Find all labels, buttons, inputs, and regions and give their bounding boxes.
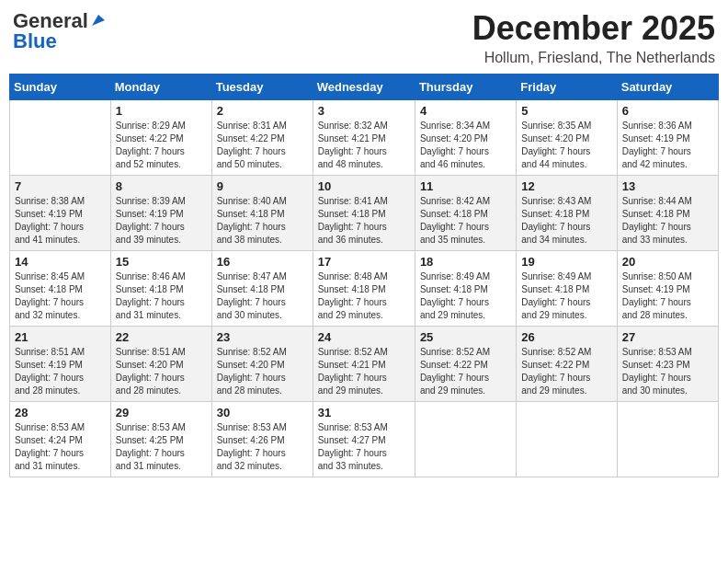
day-info: Sunrise: 8:52 AMSunset: 4:20 PMDaylight:… [217,346,308,397]
day-number: 13 [622,179,713,193]
calendar-cell: 24Sunrise: 8:52 AMSunset: 4:21 PMDayligh… [313,327,415,402]
calendar-cell [517,402,617,477]
calendar-cell: 19Sunrise: 8:49 AMSunset: 4:18 PMDayligh… [517,251,617,327]
calendar-cell: 9Sunrise: 8:40 AMSunset: 4:18 PMDaylight… [211,176,313,251]
day-number: 30 [217,406,308,419]
title-section: December 2025 Hollum, Friesland, The Net… [472,9,715,66]
day-info: Sunrise: 8:53 AMSunset: 4:27 PMDaylight:… [318,421,410,473]
calendar-cell: 31Sunrise: 8:53 AMSunset: 4:27 PMDayligh… [313,402,415,477]
day-number: 14 [15,255,106,269]
day-info: Sunrise: 8:53 AMSunset: 4:23 PMDaylight:… [622,346,713,397]
day-info: Sunrise: 8:50 AMSunset: 4:19 PMDaylight:… [622,270,713,322]
logo-bird-icon [90,11,107,28]
calendar-cell: 27Sunrise: 8:53 AMSunset: 4:23 PMDayligh… [617,327,718,402]
day-number: 28 [15,406,106,419]
weekday-header: Sunday [10,75,111,100]
day-info: Sunrise: 8:46 AMSunset: 4:18 PMDaylight:… [116,270,207,322]
calendar-cell: 1Sunrise: 8:29 AMSunset: 4:22 PMDaylight… [110,100,211,176]
day-info: Sunrise: 8:44 AMSunset: 4:18 PMDaylight:… [622,195,713,247]
calendar-week-row: 21Sunrise: 8:51 AMSunset: 4:19 PMDayligh… [10,327,719,402]
day-number: 20 [622,255,713,269]
calendar-cell: 13Sunrise: 8:44 AMSunset: 4:18 PMDayligh… [617,176,718,251]
day-info: Sunrise: 8:53 AMSunset: 4:25 PMDaylight:… [116,421,207,473]
logo: General Blue [13,9,107,53]
day-number: 2 [217,104,308,118]
svg-marker-0 [92,15,105,26]
calendar-cell: 4Sunrise: 8:34 AMSunset: 4:20 PMDaylight… [415,100,516,176]
day-number: 4 [420,104,511,118]
day-number: 21 [15,330,106,344]
calendar-cell: 25Sunrise: 8:52 AMSunset: 4:22 PMDayligh… [415,327,516,402]
logo-blue: Blue [13,29,57,53]
day-info: Sunrise: 8:52 AMSunset: 4:22 PMDaylight:… [420,346,511,397]
day-info: Sunrise: 8:38 AMSunset: 4:19 PMDaylight:… [15,195,106,247]
day-info: Sunrise: 8:41 AMSunset: 4:18 PMDaylight:… [318,195,410,247]
day-number: 11 [420,179,511,193]
day-number: 9 [217,179,308,193]
day-number: 16 [217,255,308,269]
day-info: Sunrise: 8:53 AMSunset: 4:26 PMDaylight:… [217,421,308,473]
calendar-cell: 6Sunrise: 8:36 AMSunset: 4:19 PMDaylight… [617,100,718,176]
day-info: Sunrise: 8:36 AMSunset: 4:19 PMDaylight:… [622,120,713,171]
day-number: 15 [116,255,207,269]
calendar-week-row: 14Sunrise: 8:45 AMSunset: 4:18 PMDayligh… [10,251,719,327]
day-info: Sunrise: 8:52 AMSunset: 4:22 PMDaylight:… [521,346,611,397]
calendar-cell: 14Sunrise: 8:45 AMSunset: 4:18 PMDayligh… [10,251,111,327]
calendar-cell: 3Sunrise: 8:32 AMSunset: 4:21 PMDaylight… [313,100,415,176]
day-info: Sunrise: 8:43 AMSunset: 4:18 PMDaylight:… [521,195,611,247]
day-info: Sunrise: 8:35 AMSunset: 4:20 PMDaylight:… [521,120,611,171]
page-header: General Blue December 2025 Hollum, Fries… [9,9,719,66]
day-info: Sunrise: 8:42 AMSunset: 4:18 PMDaylight:… [420,195,511,247]
day-info: Sunrise: 8:52 AMSunset: 4:21 PMDaylight:… [318,346,410,397]
day-info: Sunrise: 8:40 AMSunset: 4:18 PMDaylight:… [217,195,308,247]
calendar-cell [617,402,718,477]
day-info: Sunrise: 8:31 AMSunset: 4:22 PMDaylight:… [217,120,308,171]
calendar-week-row: 1Sunrise: 8:29 AMSunset: 4:22 PMDaylight… [10,100,719,176]
day-number: 25 [420,330,511,344]
calendar-cell [415,402,516,477]
day-info: Sunrise: 8:49 AMSunset: 4:18 PMDaylight:… [521,270,611,322]
calendar-cell: 16Sunrise: 8:47 AMSunset: 4:18 PMDayligh… [211,251,313,327]
calendar-cell: 29Sunrise: 8:53 AMSunset: 4:25 PMDayligh… [110,402,211,477]
day-info: Sunrise: 8:39 AMSunset: 4:19 PMDaylight:… [116,195,207,247]
day-info: Sunrise: 8:51 AMSunset: 4:20 PMDaylight:… [116,346,207,397]
day-number: 8 [116,179,207,193]
day-number: 7 [15,179,106,193]
calendar-cell: 5Sunrise: 8:35 AMSunset: 4:20 PMDaylight… [517,100,617,176]
weekday-header: Saturday [617,75,718,100]
weekday-header: Thursday [415,75,516,100]
calendar-cell: 23Sunrise: 8:52 AMSunset: 4:20 PMDayligh… [211,327,313,402]
day-number: 5 [521,104,611,118]
day-number: 3 [318,104,410,118]
calendar-cell: 11Sunrise: 8:42 AMSunset: 4:18 PMDayligh… [415,176,516,251]
day-number: 19 [521,255,611,269]
day-number: 22 [116,330,207,344]
calendar-cell: 7Sunrise: 8:38 AMSunset: 4:19 PMDaylight… [10,176,111,251]
day-number: 23 [217,330,308,344]
weekday-header: Tuesday [211,75,313,100]
day-info: Sunrise: 8:48 AMSunset: 4:18 PMDaylight:… [318,270,410,322]
day-number: 6 [622,104,713,118]
day-number: 1 [116,104,207,118]
calendar-week-row: 28Sunrise: 8:53 AMSunset: 4:24 PMDayligh… [10,402,719,477]
calendar-cell: 15Sunrise: 8:46 AMSunset: 4:18 PMDayligh… [110,251,211,327]
weekday-header: Monday [110,75,211,100]
calendar-cell: 28Sunrise: 8:53 AMSunset: 4:24 PMDayligh… [10,402,111,477]
day-info: Sunrise: 8:51 AMSunset: 4:19 PMDaylight:… [15,346,106,397]
day-info: Sunrise: 8:47 AMSunset: 4:18 PMDaylight:… [217,270,308,322]
calendar-cell: 8Sunrise: 8:39 AMSunset: 4:19 PMDaylight… [110,176,211,251]
day-number: 29 [116,406,207,419]
day-number: 18 [420,255,511,269]
calendar-cell: 18Sunrise: 8:49 AMSunset: 4:18 PMDayligh… [415,251,516,327]
day-info: Sunrise: 8:53 AMSunset: 4:24 PMDaylight:… [15,421,106,473]
weekday-header: Friday [517,75,617,100]
calendar-cell: 26Sunrise: 8:52 AMSunset: 4:22 PMDayligh… [517,327,617,402]
day-info: Sunrise: 8:45 AMSunset: 4:18 PMDaylight:… [15,270,106,322]
calendar-cell: 17Sunrise: 8:48 AMSunset: 4:18 PMDayligh… [313,251,415,327]
calendar-cell: 2Sunrise: 8:31 AMSunset: 4:22 PMDaylight… [211,100,313,176]
month-title: December 2025 [472,9,715,48]
day-info: Sunrise: 8:32 AMSunset: 4:21 PMDaylight:… [318,120,410,171]
calendar-table: SundayMondayTuesdayWednesdayThursdayFrid… [9,74,719,477]
calendar-cell: 20Sunrise: 8:50 AMSunset: 4:19 PMDayligh… [617,251,718,327]
day-number: 12 [521,179,611,193]
